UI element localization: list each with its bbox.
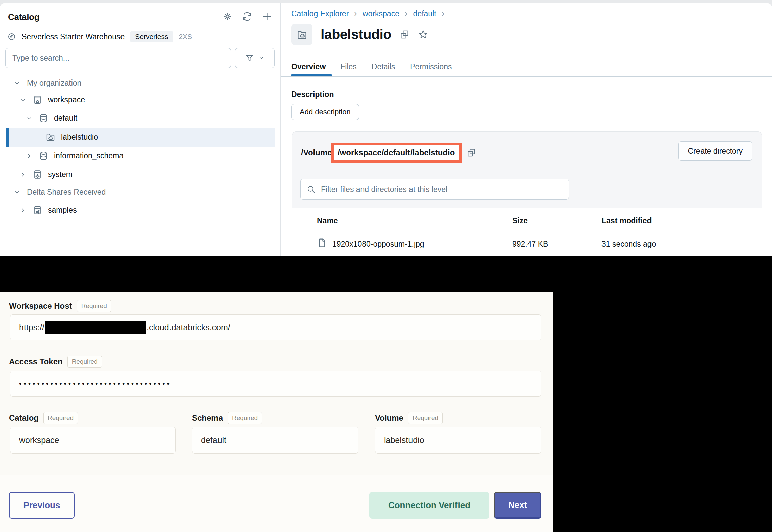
required-badge: Required — [43, 412, 78, 424]
redacted-host-segment — [45, 321, 146, 334]
tree-label: Delta Shares Received — [27, 188, 106, 197]
copy-path-button[interactable] — [466, 148, 476, 158]
column-header-name[interactable]: Name — [317, 216, 338, 225]
redacted-region — [553, 292, 772, 532]
chevron-down-icon — [258, 55, 265, 61]
breadcrumb-link-default[interactable]: default — [413, 9, 436, 18]
previous-button[interactable]: Previous — [9, 492, 75, 519]
column-header-last-modified[interactable]: Last modified — [601, 216, 652, 225]
catalog-explorer-window: Catalog Serverless Starter Warehouse Ser… — [0, 0, 772, 256]
warehouse-row[interactable]: Serverless Starter Warehouse Serverless … — [7, 31, 192, 42]
volume-icon-box — [291, 24, 312, 45]
access-token-input[interactable] — [10, 371, 541, 397]
chevron-down-icon[interactable] — [26, 115, 33, 122]
column-header-size[interactable]: Size — [512, 216, 528, 225]
tree-item-labelstudio-selected[interactable]: labelstudio — [6, 128, 275, 147]
tree-label: workspace — [48, 95, 85, 104]
next-button[interactable]: Next — [494, 492, 541, 519]
file-last-modified: 31 seconds ago — [601, 240, 656, 249]
schema-input[interactable] — [192, 427, 358, 454]
warehouse-size: 2XS — [179, 33, 192, 41]
file-name[interactable]: 1920x1080-opposum-1.jpg — [332, 240, 424, 249]
active-tab-underline — [291, 74, 332, 76]
breadcrumb-link-workspace[interactable]: workspace — [363, 9, 399, 18]
catalog-label: Catalog — [9, 413, 39, 423]
tree-label: labelstudio — [61, 132, 98, 142]
workspace-host-input[interactable]: https://.cloud.databricks.com/ — [10, 314, 541, 340]
connection-verified-status: Connection Verified — [369, 492, 489, 519]
explorer-main: Catalog Explorer › workspace › default ›… — [281, 3, 772, 256]
refresh-icon[interactable] — [242, 11, 252, 22]
tree-item-information-schema[interactable]: information_schema — [26, 147, 124, 165]
favorite-button[interactable] — [418, 29, 428, 40]
chevron-right-icon[interactable] — [19, 207, 27, 214]
volume-icon — [45, 132, 56, 142]
volume-icon — [296, 29, 308, 40]
filter-button[interactable] — [235, 48, 275, 68]
copy-icon — [399, 29, 410, 40]
search-input[interactable] — [5, 48, 231, 68]
tree-item-default[interactable]: default — [26, 109, 77, 127]
volume-path-highlighted: /workspace/default/labelstudio — [338, 148, 455, 157]
host-value-suffix: .cloud.databricks.com/ — [147, 323, 230, 332]
gear-icon[interactable] — [222, 11, 233, 22]
chevron-right-icon[interactable] — [19, 171, 27, 178]
table-row[interactable]: 1920x1080-opposum-1.jpg 992.47 KB 31 sec… — [292, 233, 762, 256]
column-separator — [505, 216, 505, 230]
serverless-icon — [7, 32, 16, 41]
file-size: 992.47 KB — [512, 240, 548, 249]
description-heading: Description — [291, 90, 334, 99]
tab-permissions[interactable]: Permissions — [410, 62, 452, 77]
chevron-down-icon[interactable] — [13, 189, 21, 196]
tab-details[interactable]: Details — [372, 62, 395, 77]
app-surface: Catalog Serverless Starter Warehouse Ser… — [0, 3, 772, 256]
catalog-icon — [32, 95, 43, 105]
required-badge: Required — [408, 412, 443, 424]
copy-name-button[interactable] — [399, 29, 410, 40]
search-icon — [306, 184, 316, 194]
required-badge: Required — [77, 300, 111, 312]
tree-item-labelstudio[interactable]: labelstudio — [45, 128, 315, 146]
files-table: Name Size Last modified 1920x1080-opposu… — [292, 208, 762, 256]
volume-input[interactable] — [375, 427, 541, 454]
add-description-button[interactable]: Add description — [291, 104, 359, 120]
tree-item-my-organization[interactable]: My organization — [13, 74, 81, 92]
catalog-shared-icon — [32, 205, 43, 215]
volume-path: /Volumes /workspace/default/labelstudio — [301, 141, 476, 165]
chevron-down-icon[interactable] — [19, 96, 27, 104]
column-separator — [596, 216, 596, 230]
annotation-highlight-box: /workspace/default/labelstudio — [331, 143, 462, 163]
screenshot-root: Catalog Serverless Starter Warehouse Ser… — [0, 0, 772, 532]
volume-label: Volume — [375, 413, 403, 423]
tab-files[interactable]: Files — [340, 62, 357, 77]
tab-divider — [281, 76, 772, 77]
catalog-input[interactable] — [10, 427, 176, 454]
panel-divider — [292, 171, 762, 171]
warehouse-name: Serverless Starter Warehouse — [21, 32, 125, 41]
required-badge: Required — [67, 356, 102, 368]
create-directory-button[interactable]: Create directory — [678, 141, 752, 161]
breadcrumb-link-catalog-explorer[interactable]: Catalog Explorer — [291, 9, 349, 18]
funnel-icon — [245, 54, 254, 63]
copy-icon — [466, 148, 476, 158]
required-badge: Required — [228, 412, 262, 424]
chevron-down-icon[interactable] — [13, 79, 21, 87]
breadcrumb: Catalog Explorer › workspace › default › — [291, 9, 444, 18]
catalog-panel-title: Catalog — [8, 12, 39, 22]
host-value-prefix: https:// — [19, 323, 44, 332]
chevron-right-icon[interactable] — [26, 152, 33, 160]
column-separator — [739, 216, 739, 230]
file-icon — [317, 237, 328, 248]
catalog-system-icon — [32, 169, 43, 180]
tree-item-system[interactable]: system — [19, 165, 73, 184]
volume-files-panel: /Volumes /workspace/default/labelstudio … — [292, 131, 762, 256]
tree-item-samples[interactable]: samples — [19, 201, 77, 219]
tree-item-workspace[interactable]: workspace — [19, 91, 85, 109]
chevron-right-icon: › — [405, 9, 408, 18]
filter-files-input[interactable] — [300, 179, 569, 200]
files-table-header: Name Size Last modified — [292, 208, 762, 233]
chevron-right-icon: › — [442, 9, 445, 18]
plus-icon[interactable] — [262, 11, 272, 22]
tree-item-delta-shares-received[interactable]: Delta Shares Received — [13, 183, 106, 201]
tree-label: samples — [48, 206, 77, 215]
